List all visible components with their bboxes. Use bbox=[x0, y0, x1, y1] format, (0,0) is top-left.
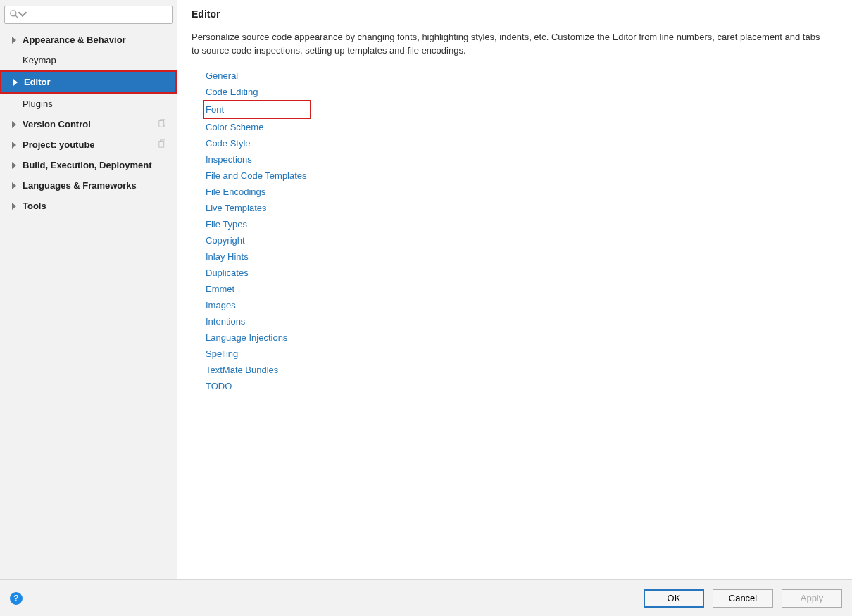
chevron-right-icon bbox=[8, 162, 20, 169]
project-scope-icon bbox=[158, 139, 167, 150]
sidebar-item-label: Plugins bbox=[20, 99, 53, 109]
page-title: Editor bbox=[192, 8, 838, 20]
settings-main-panel: Editor Personalize source code appearanc… bbox=[177, 0, 852, 579]
sidebar-item-label: Tools bbox=[20, 201, 46, 211]
ok-button[interactable]: OK bbox=[644, 589, 704, 608]
sidebar-item-project-youtube[interactable]: Project: youtube bbox=[0, 134, 177, 155]
editor-link-general[interactable]: General bbox=[206, 68, 838, 84]
help-button[interactable]: ? bbox=[10, 592, 23, 605]
sidebar-item-label: Editor bbox=[21, 77, 51, 87]
project-scope-icon bbox=[158, 119, 167, 130]
search-input[interactable] bbox=[30, 10, 168, 20]
sidebar-item-tools[interactable]: Tools bbox=[0, 196, 177, 216]
editor-link-copyright[interactable]: Copyright bbox=[206, 232, 838, 249]
search-input-wrapper[interactable] bbox=[4, 6, 173, 24]
editor-link-color-scheme[interactable]: Color Scheme bbox=[206, 119, 838, 135]
sidebar-item-label: Languages & Frameworks bbox=[20, 180, 137, 191]
highlight-box-editor: Editor bbox=[0, 70, 177, 94]
svg-point-0 bbox=[11, 10, 16, 15]
chevron-right-icon bbox=[8, 203, 20, 210]
dialog-footer: ? OK Cancel Apply bbox=[0, 579, 852, 616]
editor-link-spelling[interactable]: Spelling bbox=[206, 346, 838, 362]
chevron-right-icon bbox=[10, 79, 21, 86]
settings-sidebar: Appearance & BehaviorKeymapEditorPlugins… bbox=[0, 0, 177, 579]
editor-link-language-injections[interactable]: Language Injections bbox=[206, 329, 838, 346]
editor-link-file-encodings[interactable]: File Encodings bbox=[206, 184, 838, 200]
chevron-down-icon bbox=[18, 9, 27, 21]
editor-link-inlay-hints[interactable]: Inlay Hints bbox=[206, 249, 838, 265]
editor-link-code-editing[interactable]: Code Editing bbox=[206, 84, 838, 100]
sidebar-item-keymap[interactable]: Keymap bbox=[0, 50, 177, 70]
editor-subpage-links: GeneralCode EditingFontColor SchemeCode … bbox=[192, 68, 838, 394]
editor-link-code-style[interactable]: Code Style bbox=[206, 135, 838, 151]
svg-rect-5 bbox=[159, 142, 164, 148]
settings-tree: Appearance & BehaviorKeymapEditorPlugins… bbox=[0, 30, 177, 216]
sidebar-item-languages-frameworks[interactable]: Languages & Frameworks bbox=[0, 175, 177, 196]
sidebar-item-appearance-behavior[interactable]: Appearance & Behavior bbox=[0, 30, 177, 50]
sidebar-item-label: Appearance & Behavior bbox=[20, 34, 126, 45]
sidebar-item-label: Keymap bbox=[20, 55, 56, 65]
sidebar-item-label: Version Control bbox=[20, 119, 91, 130]
sidebar-item-version-control[interactable]: Version Control bbox=[0, 114, 177, 134]
editor-link-todo[interactable]: TODO bbox=[206, 378, 838, 394]
editor-link-font[interactable]: Font bbox=[203, 100, 311, 119]
editor-link-textmate-bundles[interactable]: TextMate Bundles bbox=[206, 362, 838, 378]
chevron-right-icon bbox=[8, 142, 20, 149]
sidebar-item-build-execution-deployment[interactable]: Build, Execution, Deployment bbox=[0, 155, 177, 175]
editor-link-duplicates[interactable]: Duplicates bbox=[206, 265, 838, 281]
editor-link-inspections[interactable]: Inspections bbox=[206, 151, 838, 168]
chevron-right-icon bbox=[8, 121, 20, 128]
editor-link-file-and-code-templates[interactable]: File and Code Templates bbox=[206, 168, 838, 184]
chevron-right-icon bbox=[8, 182, 20, 189]
editor-link-images[interactable]: Images bbox=[206, 297, 838, 313]
editor-link-intentions[interactable]: Intentions bbox=[206, 313, 838, 329]
sidebar-item-label: Build, Execution, Deployment bbox=[20, 160, 151, 170]
editor-link-file-types[interactable]: File Types bbox=[206, 216, 838, 232]
page-description: Personalize source code appearance by ch… bbox=[192, 31, 825, 58]
editor-link-emmet[interactable]: Emmet bbox=[206, 281, 838, 297]
sidebar-item-editor[interactable]: Editor bbox=[1, 72, 175, 92]
cancel-button[interactable]: Cancel bbox=[713, 589, 773, 608]
sidebar-item-label: Project: youtube bbox=[20, 139, 95, 150]
apply-button[interactable]: Apply bbox=[782, 589, 842, 608]
editor-link-live-templates[interactable]: Live Templates bbox=[206, 200, 838, 216]
sidebar-item-plugins[interactable]: Plugins bbox=[0, 94, 177, 114]
svg-rect-3 bbox=[159, 121, 164, 127]
chevron-right-icon bbox=[8, 37, 20, 44]
